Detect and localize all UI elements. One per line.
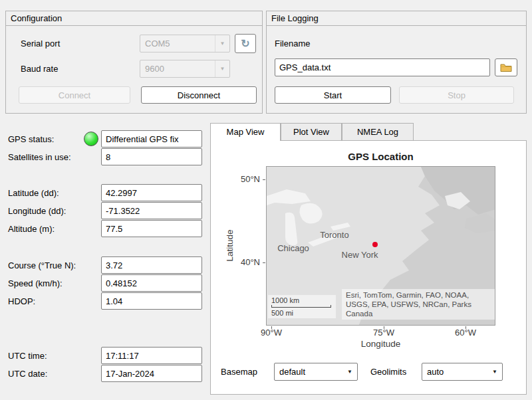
gps-status-led	[84, 132, 98, 146]
tab-map-view[interactable]: Map View	[210, 123, 281, 141]
stop-button[interactable]: Stop	[399, 86, 514, 104]
altitude-label: Altitude (m):	[8, 224, 55, 235]
baud-rate-label: Baud rate	[21, 64, 58, 74]
xtick-60w: 60°W	[450, 328, 481, 338]
tab-label: Map View	[227, 127, 265, 137]
refresh-icon: ↻	[241, 39, 249, 49]
start-button[interactable]: Start	[275, 86, 391, 104]
city-label-new-york: New York	[342, 250, 378, 260]
xtick-75w: 75°W	[368, 328, 399, 338]
map-title: GPS Location	[266, 151, 495, 162]
latitude-label: Latitude (dd):	[8, 188, 59, 199]
basemap-label: Basemap	[221, 367, 257, 377]
altitude-field[interactable]	[101, 220, 202, 237]
map-attribution: Esri, TomTom, Garmin, FAO, NOAA, USGS, E…	[342, 289, 495, 320]
dropdown-arrow-icon: ▼	[215, 35, 229, 52]
utc-time-label: UTC time:	[8, 351, 47, 361]
satellites-label: Satellites in use:	[8, 152, 71, 163]
xtick-90w: 90°W	[256, 328, 287, 338]
scale-rule	[271, 305, 331, 308]
utc-time-field[interactable]	[101, 347, 202, 364]
tab-nmea-log[interactable]: NMEA Log	[342, 123, 414, 140]
tab-label: NMEA Log	[357, 127, 398, 137]
latitude-field[interactable]	[101, 184, 202, 201]
scale-km-label: 1000 km	[271, 296, 332, 304]
baud-rate-value: 9600	[140, 60, 215, 77]
tab-plot-view[interactable]: Plot View	[281, 123, 342, 140]
ytick-40n: 40°N	[233, 257, 260, 267]
city-label-chicago: Chicago	[277, 243, 309, 253]
x-tick-mark	[271, 326, 272, 329]
refresh-ports-button[interactable]: ↻	[235, 34, 256, 53]
serial-port-value: COM5	[140, 35, 215, 52]
tab-label: Plot View	[293, 127, 329, 137]
folder-icon	[500, 63, 512, 72]
basemap-dropdown[interactable]: default ▼	[274, 363, 358, 381]
gps-status-label: GPS status:	[8, 134, 54, 145]
speed-label: Speed (km/h):	[8, 278, 63, 289]
course-label: Course (°True N):	[8, 260, 76, 271]
city-label-toronto: Toronto	[320, 230, 348, 240]
dropdown-arrow-icon: ▼	[342, 363, 357, 380]
y-tick-mark	[263, 262, 265, 263]
basemap-value: default	[275, 363, 342, 380]
x-tick-mark	[384, 326, 384, 329]
dropdown-arrow-icon: ▼	[215, 60, 229, 77]
hdop-field[interactable]	[101, 292, 202, 310]
gps-status-field[interactable]	[101, 130, 202, 148]
gps-marker	[372, 242, 378, 247]
satellites-field[interactable]	[101, 148, 202, 165]
connect-button[interactable]: Connect	[19, 86, 130, 104]
disconnect-button[interactable]: Disconnect	[141, 86, 257, 104]
hdop-label: HDOP:	[8, 296, 35, 307]
dropdown-arrow-icon: ▼	[487, 363, 502, 380]
filename-input[interactable]	[275, 58, 490, 76]
longitude-field[interactable]	[101, 202, 202, 219]
geolimits-value: auto	[422, 363, 487, 380]
baud-rate-dropdown[interactable]: 9600 ▼	[140, 60, 230, 78]
y-tick-mark	[263, 179, 265, 180]
course-field[interactable]	[101, 256, 202, 274]
map-x-axis-label: Longitude	[266, 339, 495, 349]
map-canvas[interactable]: Toronto Chicago New York 1000 km 500 mi …	[266, 166, 495, 326]
serial-port-dropdown[interactable]: COM5 ▼	[140, 35, 230, 52]
configuration-panel-title: Configuration	[6, 11, 262, 26]
utc-date-field[interactable]	[101, 365, 202, 382]
file-logging-panel-title: File Logging	[267, 11, 526, 26]
scale-bar: 1000 km 500 mi	[268, 295, 336, 318]
filename-label: Filename	[275, 39, 310, 49]
geolimits-label: Geolimits	[370, 367, 406, 377]
utc-date-label: UTC date:	[8, 369, 47, 379]
speed-field[interactable]	[101, 274, 202, 292]
serial-port-label: Serial port	[21, 39, 60, 49]
geolimits-dropdown[interactable]: auto ▼	[422, 363, 503, 381]
longitude-label: Longitude (dd):	[8, 206, 66, 217]
ytick-50n: 50°N	[233, 174, 260, 184]
browse-folder-button[interactable]	[495, 58, 517, 76]
scale-mi-label: 500 mi	[271, 309, 332, 317]
gps-app-window: Configuration Serial port COM5 ▼ ↻ Baud …	[0, 0, 532, 400]
x-tick-mark	[466, 326, 466, 329]
